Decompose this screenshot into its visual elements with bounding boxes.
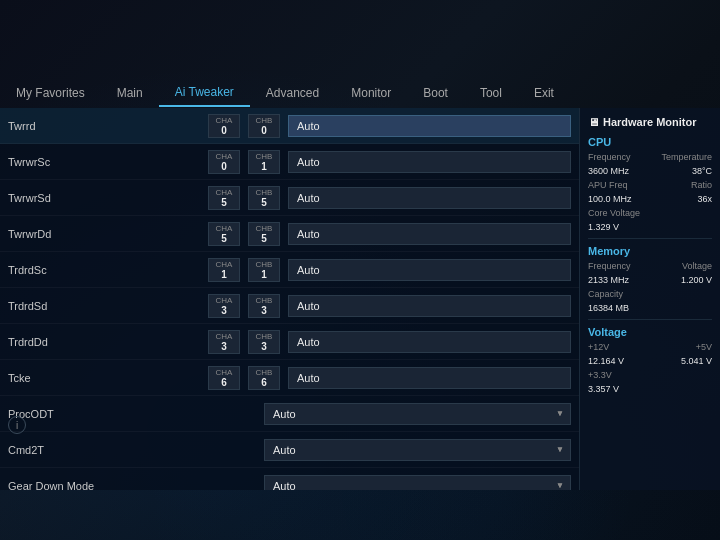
v12-value: 12.164 V [588, 356, 624, 366]
setting-row-procodt[interactable]: ProcODT Auto ▼ [0, 396, 579, 432]
trdrddd-value[interactable]: Auto [288, 331, 571, 353]
gear-down-mode-value[interactable]: Auto ▼ [264, 475, 571, 491]
v5-label: +5V [696, 342, 712, 352]
apu-freq-row: APU Freq Ratio [588, 180, 712, 190]
mem-voltage-label: Voltage [682, 261, 712, 271]
trdrdsc-cha: CHA 1 [208, 258, 240, 282]
v33-row: +3.3V [588, 370, 712, 380]
divider-2 [588, 319, 712, 320]
twrrd-chb: CHB 0 [248, 114, 280, 138]
nav-monitor[interactable]: Monitor [335, 78, 407, 107]
content-area: Twrrd CHA 0 CHB 0 Auto [0, 108, 720, 490]
chevron-down-icon: ▼ [556, 409, 564, 418]
apu-freq-value: 100.0 MHz [588, 194, 632, 204]
setting-name-twrwrsc: TwrwrSc [8, 156, 208, 168]
chevron-down-icon: ▼ [556, 481, 564, 490]
cpu-temp-value: 38°C [692, 166, 712, 176]
twrrd-cha: CHA 0 [208, 114, 240, 138]
v33-label: +3.3V [588, 370, 612, 380]
setting-row-trdrdsd[interactable]: TrdrdSd CHA 3 CHB 3 Auto [0, 288, 579, 324]
apu-freq-label: APU Freq [588, 180, 628, 190]
hw-monitor-title: 🖥 Hardware Monitor [588, 116, 712, 128]
mem-capacity-val-row: 16384 MB [588, 303, 712, 313]
setting-row-tcke[interactable]: Tcke CHA 6 CHB 6 Auto [0, 360, 579, 396]
mem-freq-value: 2133 MHz [588, 275, 629, 285]
setting-name-tcke: Tcke [8, 372, 208, 384]
twrrd-value[interactable]: Auto [288, 115, 571, 137]
procodt-value[interactable]: Auto ▼ [264, 403, 571, 425]
setting-name-trdrddd: TrdrdDd [8, 336, 208, 348]
mem-freq-row: Frequency Voltage [588, 261, 712, 271]
ratio-label: Ratio [691, 180, 712, 190]
twrwrdd-value[interactable]: Auto [288, 223, 571, 245]
trdrdsc-chb: CHB 1 [248, 258, 280, 282]
trdrdsd-chb: CHB 3 [248, 294, 280, 318]
mem-capacity-label: Capacity [588, 289, 623, 299]
setting-name-cmd2t: Cmd2T [8, 444, 208, 456]
nav-ai-tweaker[interactable]: Ai Tweaker [159, 78, 250, 107]
twrwrdd-cha-chb: CHA 5 CHB 5 [208, 222, 280, 246]
v5-value: 5.041 V [681, 356, 712, 366]
v33-value: 3.357 V [588, 384, 619, 394]
twrwrsc-chb: CHB 1 [248, 150, 280, 174]
twrwrsc-value[interactable]: Auto [288, 151, 571, 173]
hardware-monitor-sidebar: 🖥 Hardware Monitor CPU Frequency Tempera… [580, 108, 720, 490]
divider-1 [588, 238, 712, 239]
v12-val-row: 12.164 V 5.041 V [588, 356, 712, 366]
mem-capacity-label-row: Capacity [588, 289, 712, 299]
cmd2t-value[interactable]: Auto ▼ [264, 439, 571, 461]
chevron-down-icon: ▼ [556, 445, 564, 454]
core-voltage-label-row: Core Voltage [588, 208, 712, 218]
cpu-freq-value: 3600 MHz [588, 166, 629, 176]
trdrdsd-cha: CHA 3 [208, 294, 240, 318]
twrwrdd-cha: CHA 5 [208, 222, 240, 246]
v12-label: +12V [588, 342, 609, 352]
setting-name-trdrdsc: TrdrdSc [8, 264, 208, 276]
monitor-icon: 🖥 [588, 116, 599, 128]
setting-row-cmd2t[interactable]: Cmd2T Auto ▼ [0, 432, 579, 468]
setting-name-gear-down-mode: Gear Down Mode [8, 480, 208, 491]
trdrdsc-value[interactable]: Auto [288, 259, 571, 281]
setting-name-twrwrsd: TwrwrSd [8, 192, 208, 204]
core-voltage-value: 1.329 V [588, 222, 619, 232]
cpu-temp-label: Temperature [661, 152, 712, 162]
v33-val-row: 3.357 V [588, 384, 712, 394]
info-button[interactable]: i [8, 416, 26, 434]
settings-table: Twrrd CHA 0 CHB 0 Auto [0, 108, 579, 490]
nav-boot[interactable]: Boot [407, 78, 464, 107]
setting-name-twrwrdd: TwrwrDd [8, 228, 208, 240]
trdrddd-cha-chb: CHA 3 CHB 3 [208, 330, 280, 354]
setting-name-trdrdsd: TrdrdSd [8, 300, 208, 312]
setting-row-twrrd[interactable]: Twrrd CHA 0 CHB 0 Auto [0, 108, 579, 144]
tcke-chb: CHB 6 [248, 366, 280, 390]
setting-row-twrwrdd[interactable]: TwrwrDd CHA 5 CHB 5 Auto [0, 216, 579, 252]
twrwrdd-chb: CHB 5 [248, 222, 280, 246]
twrwrsd-value[interactable]: Auto [288, 187, 571, 209]
cpu-section-title: CPU [588, 136, 712, 148]
twrwrsc-cha-chb: CHA 0 CHB 1 [208, 150, 280, 174]
voltage-section-title: Voltage [588, 326, 712, 338]
cpu-freq-label: Frequency [588, 152, 631, 162]
setting-row-trdrdsc[interactable]: TrdrdSc CHA 1 CHB 1 Auto [0, 252, 579, 288]
mem-voltage-value: 1.200 V [681, 275, 712, 285]
trdrdsd-cha-chb: CHA 3 CHB 3 [208, 294, 280, 318]
trdrdsd-value[interactable]: Auto [288, 295, 571, 317]
nav-main[interactable]: Main [101, 78, 159, 107]
nav-tool[interactable]: Tool [464, 78, 518, 107]
twrrd-cha-chb: CHA 0 CHB 0 [208, 114, 280, 138]
trdrddd-cha: CHA 3 [208, 330, 240, 354]
mem-freq-val-row: 2133 MHz 1.200 V [588, 275, 712, 285]
tcke-value[interactable]: Auto [288, 367, 571, 389]
trdrdsc-cha-chb: CHA 1 CHB 1 [208, 258, 280, 282]
twrwrsd-cha-chb: CHA 5 CHB 5 [208, 186, 280, 210]
setting-row-twrwrsc[interactable]: TwrwrSc CHA 0 CHB 1 Auto [0, 144, 579, 180]
nav-advanced[interactable]: Advanced [250, 78, 335, 107]
setting-row-trdrddd[interactable]: TrdrdDd CHA 3 CHB 3 Auto [0, 324, 579, 360]
setting-row-twrwrsd[interactable]: TwrwrSd CHA 5 CHB 5 Auto [0, 180, 579, 216]
nav-exit[interactable]: Exit [518, 78, 570, 107]
setting-name-procodt: ProcODT [8, 408, 208, 420]
memory-section-title: Memory [588, 245, 712, 257]
setting-row-gear-down-mode[interactable]: Gear Down Mode Auto ▼ [0, 468, 579, 490]
apu-freq-val-row: 100.0 MHz 36x [588, 194, 712, 204]
nav-my-favorites[interactable]: My Favorites [0, 78, 101, 107]
